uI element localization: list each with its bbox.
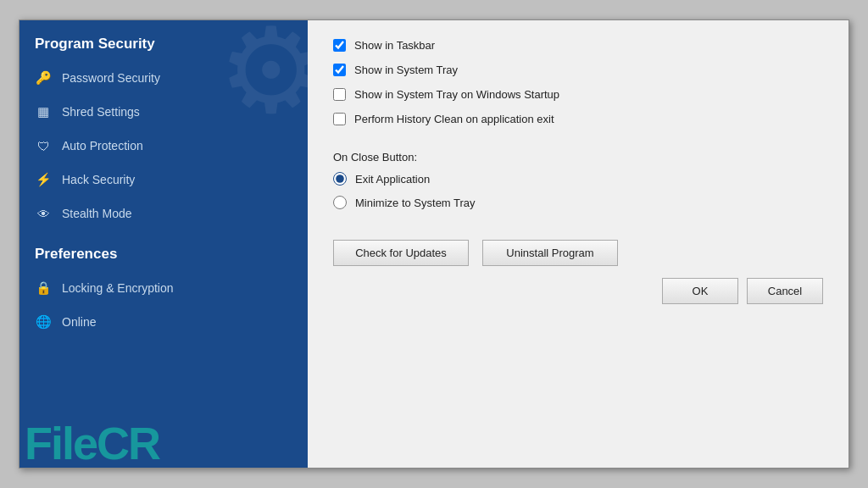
- cancel-button[interactable]: Cancel: [747, 278, 823, 304]
- show-systray-startup-label[interactable]: Show in System Tray on Windows Startup: [354, 88, 559, 101]
- sidebar-item-online-label: Online: [62, 315, 96, 329]
- shield-icon: 🛡: [35, 137, 52, 154]
- show-systray-checkbox[interactable]: [333, 64, 346, 76]
- ok-button[interactable]: OK: [662, 278, 738, 304]
- check-updates-button[interactable]: Check for Updates: [333, 240, 469, 266]
- checkbox-show-systray-startup: Show in System Tray on Windows Startup: [333, 88, 823, 101]
- show-taskbar-label[interactable]: Show in Taskbar: [354, 39, 435, 52]
- history-clean-checkbox[interactable]: [333, 113, 346, 125]
- sidebar-item-stealth-mode[interactable]: 👁 Stealth Mode: [19, 197, 308, 230]
- show-taskbar-checkbox[interactable]: [333, 39, 346, 52]
- sidebar-item-locking-encryption[interactable]: 🔒 Locking & Encryption: [19, 271, 308, 305]
- buttons-row-top: Check for Updates Uninstall Program: [333, 240, 823, 266]
- shred-icon: ▦: [35, 103, 52, 120]
- exit-app-label[interactable]: Exit Application: [355, 173, 430, 186]
- sidebar-item-locking-label: Locking & Encryption: [62, 281, 174, 295]
- checkbox-history-clean: Perform History Clean on application exi…: [333, 113, 823, 125]
- lock-icon: 🔒: [35, 280, 52, 297]
- exit-app-radio[interactable]: [333, 172, 347, 186]
- checkbox-show-taskbar: Show in Taskbar: [333, 39, 823, 52]
- sidebar-item-shred-settings[interactable]: ▦ Shred Settings: [19, 95, 308, 129]
- sidebar-item-password-security-label: Password Security: [62, 71, 160, 85]
- checkbox-show-systray: Show in System Tray: [333, 64, 823, 76]
- radio-exit-app: Exit Application: [333, 172, 823, 186]
- hack-icon: ⚡: [35, 171, 52, 188]
- sidebar-item-hack-security[interactable]: ⚡ Hack Security: [19, 163, 308, 197]
- sidebar-item-auto-protection[interactable]: 🛡 Auto Protection: [19, 129, 308, 163]
- sidebar-item-online[interactable]: 🌐 Online: [19, 305, 308, 339]
- sidebar-section-2-title: Preferences: [19, 230, 308, 271]
- sidebar-item-hack-security-label: Hack Security: [62, 173, 135, 186]
- sidebar-item-auto-protection-label: Auto Protection: [62, 139, 143, 152]
- filecr-watermark: FileCR: [19, 419, 164, 468]
- sidebar-item-password-security[interactable]: 🔑 Password Security: [19, 61, 308, 95]
- show-systray-startup-checkbox[interactable]: [333, 88, 346, 101]
- uninstall-button[interactable]: Uninstall Program: [482, 240, 618, 266]
- history-clean-label[interactable]: Perform History Clean on application exi…: [354, 113, 554, 125]
- minimize-systray-label[interactable]: Minimize to System Tray: [355, 197, 476, 209]
- main-content: Show in Taskbar Show in System Tray Show…: [308, 20, 849, 468]
- minimize-systray-radio[interactable]: [333, 196, 347, 209]
- sidebar: ⚙ Program Security 🔑 Password Security ▦…: [19, 20, 308, 468]
- radio-minimize-systray: Minimize to System Tray: [333, 196, 823, 209]
- sidebar-section-1-title: Program Security: [19, 20, 308, 61]
- sidebar-item-stealth-mode-label: Stealth Mode: [62, 207, 132, 220]
- eye-icon: 👁: [35, 205, 52, 222]
- buttons-row-bottom: OK Cancel: [333, 278, 823, 304]
- sidebar-item-shred-settings-label: Shred Settings: [62, 105, 140, 119]
- online-icon: 🌐: [35, 313, 52, 330]
- on-close-label: On Close Button:: [333, 151, 823, 164]
- key-icon: 🔑: [35, 69, 52, 86]
- settings-dialog: ⚙ Program Security 🔑 Password Security ▦…: [19, 19, 849, 469]
- show-systray-label[interactable]: Show in System Tray: [354, 64, 458, 76]
